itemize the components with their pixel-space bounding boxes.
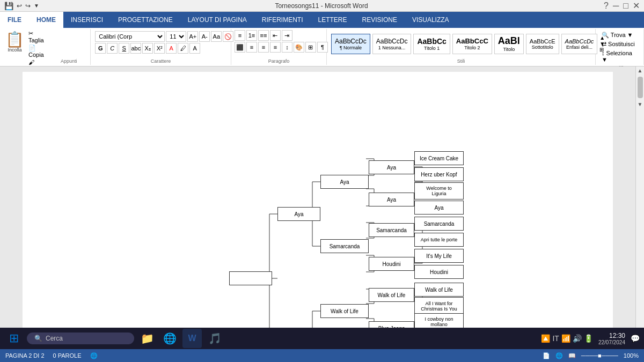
font-size-select[interactable]: 11 [166,31,186,42]
align-right-button[interactable]: ≡ [258,42,269,53]
volume-icon[interactable]: 🔊 [573,334,582,343]
select-button[interactable]: ↕ Seleziona ▼ [600,49,639,63]
tab-inserisci[interactable]: INSERISCI [63,12,111,28]
taskbar-search[interactable]: 🔍 Cerca [27,333,134,344]
view-read-icon[interactable]: 📖 [568,352,576,359]
font-color-button[interactable]: A [166,43,177,54]
tab-file[interactable]: FILE [0,12,29,28]
styles-area: AaBbCcDc ¶ Normale AaBbCcDc 1 Nessuna...… [330,30,606,57]
status-bar: PAGINA 2 DI 2 0 PAROLE 🌐 📄 🌐 📖 ────■────… [0,349,644,362]
style-normal[interactable]: AaBbCcDc ¶ Normale [331,34,370,54]
file-explorer-button[interactable]: 📁 [137,329,157,348]
tab-layout[interactable]: LAYOUT DI PAGINA [180,12,254,28]
highlight-button[interactable]: 🖊 [178,43,188,54]
tray-icon-1[interactable]: 🔼 [541,334,550,343]
word-count: 0 PAROLE [53,352,82,359]
font-shrink-button[interactable]: A- [199,31,210,42]
find-button[interactable]: 🔍 Trova ▼ [600,31,639,39]
style-sottotitolo[interactable]: AaBbCcE Sottotitolo [526,34,559,54]
style-nessuna[interactable]: AaBbCcDc 1 Nessuna... [372,34,412,54]
numbering-button[interactable]: 1≡ [246,30,257,41]
tab-riferimenti[interactable]: RIFERIMENTI [254,12,311,28]
tab-revisione[interactable]: REVISIONE [355,12,405,28]
maximize-icon[interactable]: □ [623,1,628,11]
copy-button[interactable]: 📄 Copia [28,45,48,58]
network-icon[interactable]: 📶 [561,334,570,343]
bold-button[interactable]: G [95,43,106,54]
language-icon[interactable]: 🌐 [90,352,98,359]
bracket-container: Aya Rasputin Aya Samarcanda Walk of Life… [28,77,608,335]
song-houdini: Houdini [414,265,464,279]
underline-button[interactable]: S [119,43,129,54]
undo-icon[interactable]: ↩ [17,2,22,10]
document-area: Aya Rasputin Aya Samarcanda Walk of Life… [0,67,635,341]
windows-logo-icon: ⊞ [9,331,19,345]
song-herzuberkopf: Herz uber Kopf [414,167,464,181]
align-center-button[interactable]: ≡ [246,42,257,53]
align-buttons: ⬛ ≡ ≡ ≡ ↕ 🎨 ⊞ ¶ [235,42,328,53]
scroll-up-button[interactable]: ▲ [636,67,644,75]
multilevel-button[interactable]: ≡≡ [258,30,269,41]
word-logo-icon: 💾 [4,2,13,10]
scroll-down-button[interactable]: ▼ [636,100,644,108]
customize-icon[interactable]: ▼ [34,3,39,9]
help-icon[interactable]: ? [604,1,609,11]
tab-lettere[interactable]: LETTERE [311,12,355,28]
close-icon[interactable]: ✕ [633,1,640,11]
statusbar-left: PAGINA 2 DI 2 0 PAROLE 🌐 [5,352,98,359]
notification-icon[interactable]: 💬 [631,334,640,343]
align-left-button[interactable]: ⬛ [235,42,245,53]
cut-button[interactable]: ✂ Taglia [28,30,48,43]
line-spacing-button[interactable]: ↕ [282,42,292,53]
font-group: Calibri (Corp 11 A+ A- Aa 🚫 G C S abc X₂ [91,29,231,65]
paste-icon[interactable]: 📋 [5,32,24,47]
style-titolo2[interactable]: AaBbCcC Titolo 2 [452,34,492,54]
italic-button[interactable]: C [107,43,118,54]
tab-home[interactable]: HOME [29,12,63,28]
document-page[interactable]: Aya Rasputin Aya Samarcanda Walk of Life… [23,72,613,340]
r2-samarcanda-box: Aya [369,193,414,206]
indent-increase-button[interactable]: ⇥ [282,30,292,41]
redo-icon[interactable]: ↪ [25,2,31,10]
replace-button[interactable]: ⇄ Sostituisci [600,40,639,48]
font-grow-button[interactable]: A+ [187,31,198,42]
superscript-button[interactable]: X² [154,43,165,54]
font-case-button[interactable]: Aa [211,31,222,42]
titlebar-controls: ? ─ □ ✕ [604,1,640,11]
minimize-icon[interactable]: ─ [613,1,619,11]
style-enfasi[interactable]: AaBbCcDc Enfasi deli... [561,34,598,54]
r3-samarcanda-box: Samarcanda [320,239,369,253]
chrome-button[interactable]: 🌐 [160,329,179,348]
indent-decrease-button[interactable]: ⇤ [270,30,281,41]
tab-progettazione[interactable]: PROGETTAZIONE [111,12,180,28]
start-button[interactable]: ⊞ [4,329,24,348]
justify-button[interactable]: ≡ [270,42,281,53]
view-print-icon[interactable]: 📄 [543,352,550,359]
shading-button[interactable]: 🎨 [294,42,304,53]
view-web-icon[interactable]: 🌐 [555,352,563,359]
word-taskbar-button[interactable]: W [182,329,202,348]
show-para-button[interactable]: ¶ [317,42,328,53]
border-button[interactable]: ⊞ [305,42,316,53]
vertical-scrollbar[interactable]: ▲ ▼ [635,67,644,336]
title-bar: 💾 ↩ ↪ ▼ Torneosongs11 - Microsoft Word ?… [0,0,644,12]
tab-visualizza[interactable]: VISUALIZZA [405,12,457,28]
search-icon: 🔍 [34,335,42,342]
strikethrough-button[interactable]: abc [130,43,141,54]
ribbon-content: 📋 Incolla ✂ Taglia 📄 Copia 🖌 Copia forma… [0,28,644,67]
style-titolo1[interactable]: AaBbCc Titolo 1 [413,34,450,54]
font-bottom-row: G C S abc X₂ X² A 🖊 A [95,43,233,54]
language-tray-icon[interactable]: IT [552,334,559,343]
zoom-bar[interactable]: ────■──── [581,352,618,359]
paragraph-label: Paragrafo [235,57,323,64]
scroll-thumb[interactable] [638,77,643,98]
bullets-button[interactable]: ≡ [235,30,245,41]
style-titolo[interactable]: AaBl Titolo [494,34,524,54]
spotify-button[interactable]: 🎵 [205,329,224,348]
battery-icon[interactable]: 🔋 [584,334,593,343]
final-box [229,271,272,285]
statusbar-right: 📄 🌐 📖 ────■──── 100% [543,352,639,359]
font-name-select[interactable]: Calibri (Corp [95,31,165,42]
font-color2-button[interactable]: A [189,43,200,54]
subscript-button[interactable]: X₂ [142,43,153,54]
